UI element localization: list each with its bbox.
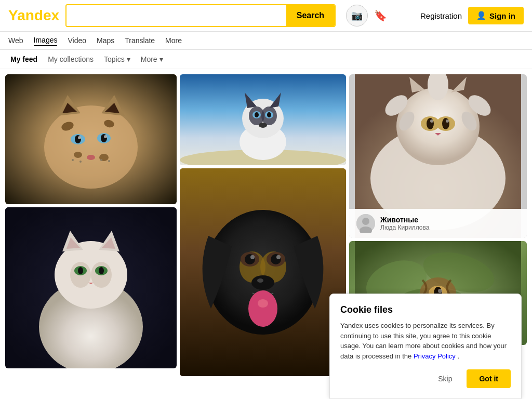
sub-nav-my-collections[interactable]: My collections xyxy=(48,55,94,63)
cookie-text-end: . xyxy=(457,352,459,360)
svg-point-12 xyxy=(87,155,95,160)
image-tile-leopard[interactable]: 59i.ru xyxy=(5,74,177,204)
bookmark-icon: 🔖 xyxy=(374,10,387,21)
camera-button[interactable]: 📷 xyxy=(346,5,368,26)
nav-web[interactable]: Web xyxy=(8,35,23,46)
sub-nav-topics[interactable]: Topics ▾ xyxy=(104,55,130,63)
svg-point-29 xyxy=(99,267,104,274)
signin-button[interactable]: 👤 Sign in xyxy=(468,7,524,24)
got-it-button[interactable]: Got it xyxy=(467,369,511,381)
privacy-policy-link[interactable]: Privacy Policy xyxy=(414,352,456,360)
sub-nav: My feed My collections Topics ▾ More ▾ xyxy=(0,50,532,69)
svg-point-44 xyxy=(267,112,271,117)
svg-point-59 xyxy=(257,278,263,283)
svg-point-4 xyxy=(74,152,82,158)
logo-y: Y xyxy=(8,7,17,23)
svg-point-60 xyxy=(248,290,277,327)
svg-point-13 xyxy=(72,159,74,161)
image-column-2 xyxy=(180,74,346,376)
user-icon: 👤 xyxy=(476,11,486,20)
svg-point-43 xyxy=(255,112,259,117)
collection-card: Животные Люда Кириллова xyxy=(349,209,527,238)
bookmark-button[interactable]: 🔖 xyxy=(374,9,387,22)
svg-point-11 xyxy=(104,135,107,138)
signin-label: Sign in xyxy=(489,11,515,20)
svg-point-74 xyxy=(430,119,433,123)
cookie-title: Cookie files xyxy=(340,304,511,315)
camera-icon: 📷 xyxy=(351,10,363,21)
header-right: Registration 👤 Sign in xyxy=(420,7,524,24)
top-nav: Web Images Video Maps Translate More xyxy=(0,32,532,50)
collection-info: Животные Люда Кириллова xyxy=(380,216,429,231)
topics-label: Topics xyxy=(104,55,125,63)
skip-button[interactable]: Skip xyxy=(430,369,460,381)
svg-point-28 xyxy=(78,267,83,274)
sub-nav-my-feed[interactable]: My feed xyxy=(10,55,37,63)
svg-point-89 xyxy=(438,289,442,293)
chevron-down-icon: ▾ xyxy=(127,55,130,63)
chevron-down-icon-2: ▾ xyxy=(159,55,163,63)
nav-video[interactable]: Video xyxy=(68,35,86,46)
logo-andex: andex xyxy=(17,7,59,23)
svg-point-80 xyxy=(362,218,369,225)
cookie-actions: Skip Got it xyxy=(340,369,511,381)
svg-point-56 xyxy=(250,255,255,259)
search-bar: Search xyxy=(65,4,336,27)
search-input[interactable] xyxy=(66,5,286,26)
collection-title: Животные xyxy=(380,216,429,224)
cookie-text: Yandex uses cookies to personalize its s… xyxy=(340,321,511,361)
svg-point-75 xyxy=(446,119,449,123)
svg-point-14 xyxy=(79,161,82,163)
svg-point-73 xyxy=(442,118,449,129)
logo[interactable]: Yandex xyxy=(8,7,59,24)
svg-point-45 xyxy=(259,123,267,128)
avatar xyxy=(356,214,375,233)
image-column-1: 59i.ru xyxy=(5,74,177,376)
registration-button[interactable]: Registration xyxy=(420,11,462,20)
more-label: More xyxy=(141,55,157,63)
image-tile-husky[interactable] xyxy=(180,74,346,165)
nav-translate[interactable]: Translate xyxy=(125,35,155,46)
image-tile-ragdoll[interactable] xyxy=(5,207,177,368)
svg-point-10 xyxy=(78,136,81,139)
search-button[interactable]: Search xyxy=(286,5,335,26)
svg-point-57 xyxy=(276,255,281,259)
svg-point-1 xyxy=(44,105,138,189)
cookie-banner: Cookie files Yandex uses cookies to pers… xyxy=(329,294,522,381)
nav-images[interactable]: Images xyxy=(34,35,58,46)
image-tile-fluffy-cat[interactable]: Животные Люда Кириллова xyxy=(349,74,527,238)
svg-point-58 xyxy=(251,275,274,290)
header-icons: 📷 🔖 xyxy=(346,5,387,26)
image-tile-black-dog[interactable] xyxy=(180,168,346,376)
svg-point-72 xyxy=(427,118,434,129)
nav-more[interactable]: More xyxy=(165,35,182,46)
header: Yandex Search 📷 🔖 Registration 👤 Sign in xyxy=(0,0,532,32)
sub-nav-more[interactable]: More ▾ xyxy=(141,55,163,63)
svg-point-61 xyxy=(258,299,268,308)
svg-point-15 xyxy=(100,159,102,161)
collection-author: Люда Кириллова xyxy=(380,224,429,231)
nav-maps[interactable]: Maps xyxy=(97,35,114,46)
svg-point-16 xyxy=(108,160,110,162)
